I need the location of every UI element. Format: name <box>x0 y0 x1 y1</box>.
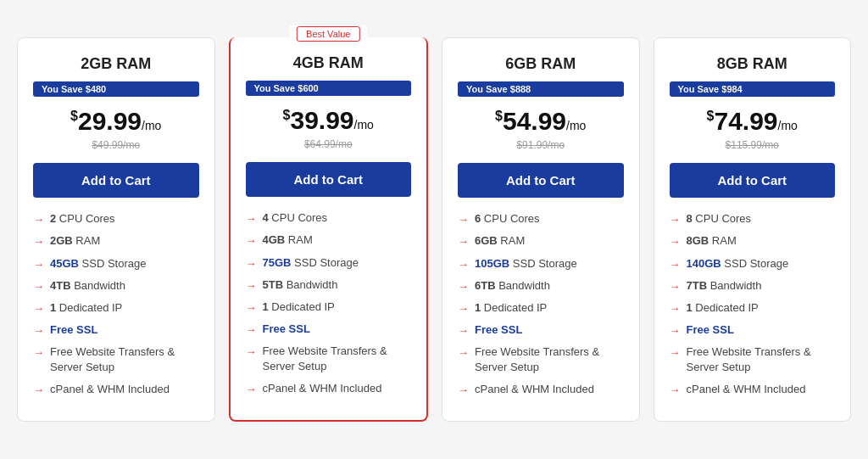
plan-title: 6GB RAM <box>458 55 624 73</box>
feature-text: 1 Dedicated IP <box>263 299 335 315</box>
plan-title: 8GB RAM <box>670 55 836 73</box>
add-to-cart-button[interactable]: Add to Cart <box>246 162 412 197</box>
feature-text: 4 CPU Cores <box>263 210 328 226</box>
feature-item: →8GB RAM <box>670 233 836 249</box>
price-block: $74.99/mo <box>670 107 836 136</box>
feature-item: →8 CPU Cores <box>670 211 836 227</box>
feature-bold: 5TB <box>263 278 284 291</box>
feature-text: 1 Dedicated IP <box>687 300 759 316</box>
feature-text: 1 Dedicated IP <box>50 300 122 316</box>
feature-item: →1 Dedicated IP <box>670 300 836 316</box>
feature-item: →cPanel & WHM Included <box>458 382 624 398</box>
arrow-icon: → <box>33 234 44 249</box>
arrow-icon: → <box>458 383 469 398</box>
feature-bold: 6TB <box>475 279 496 292</box>
arrow-icon: → <box>246 211 257 227</box>
feature-text: 6GB RAM <box>475 233 525 249</box>
arrow-icon: → <box>458 301 469 316</box>
feature-bold: 6GB <box>475 234 498 247</box>
price-main: $39.99/mo <box>283 106 374 134</box>
feature-item: →Free Website Transfers & Server Setup <box>670 344 836 375</box>
feature-text: Free SSL <box>475 322 522 338</box>
price-block: $29.99/mo <box>33 107 199 136</box>
feature-bold: 75GB <box>263 256 292 269</box>
arrow-icon: → <box>246 233 257 249</box>
feature-item: →Free SSL <box>458 322 624 339</box>
price-old: $49.99/mo <box>33 139 199 151</box>
plan-title: 4GB RAM <box>246 54 412 72</box>
feature-item: →Free Website Transfers & Server Setup <box>458 344 624 375</box>
feature-text: cPanel & WHM Included <box>263 381 382 396</box>
features-list: →6 CPU Cores→6GB RAM→105GB SSD Storage→6… <box>458 211 624 404</box>
feature-item: →cPanel & WHM Included <box>670 382 836 398</box>
feature-item: →2GB RAM <box>33 233 199 249</box>
feature-item: →Free SSL <box>33 322 199 339</box>
arrow-icon: → <box>33 257 44 272</box>
feature-item: →5TB Bandwidth <box>246 277 412 294</box>
arrow-icon: → <box>33 345 44 361</box>
feature-bold: 2 <box>50 212 56 225</box>
feature-text: 2GB RAM <box>50 233 100 249</box>
arrow-icon: → <box>670 301 681 316</box>
arrow-icon: → <box>246 344 257 360</box>
feature-bold: 4GB <box>263 233 286 246</box>
features-list: →2 CPU Cores→2GB RAM→45GB SSD Storage→4T… <box>33 211 199 404</box>
feature-bold: 2GB <box>50 234 73 247</box>
add-to-cart-button[interactable]: Add to Cart <box>33 163 199 198</box>
feature-bold: 1 <box>263 300 269 313</box>
arrow-icon: → <box>458 345 469 361</box>
arrow-icon: → <box>33 279 44 294</box>
arrow-icon: → <box>670 279 681 294</box>
feature-item: →4GB RAM <box>246 232 412 249</box>
feature-bold: 1 <box>475 301 481 314</box>
feature-text: 4GB RAM <box>263 232 313 248</box>
feature-bold: 6 <box>475 212 481 225</box>
arrow-icon: → <box>458 257 469 272</box>
savings-badge: You Save $600 <box>246 81 412 96</box>
feature-text: cPanel & WHM Included <box>475 382 594 397</box>
feature-bold: 8 <box>687 212 693 225</box>
feature-text: 45GB SSD Storage <box>50 256 146 271</box>
feature-item: →6TB Bandwidth <box>458 278 624 294</box>
add-to-cart-button[interactable]: Add to Cart <box>458 163 624 198</box>
feature-text: 5TB Bandwidth <box>263 277 338 293</box>
arrow-icon: → <box>670 257 681 272</box>
price-old: $115.99/mo <box>670 139 836 151</box>
arrow-icon: → <box>458 279 469 294</box>
arrow-icon: → <box>33 383 44 398</box>
arrow-icon: → <box>458 234 469 249</box>
feature-item: →105GB SSD Storage <box>458 256 624 272</box>
feature-item: →cPanel & WHM Included <box>246 381 412 397</box>
arrow-icon: → <box>246 322 257 338</box>
feature-text: 105GB SSD Storage <box>475 256 577 271</box>
arrow-icon: → <box>246 278 257 294</box>
feature-bold: 4TB <box>50 279 71 292</box>
feature-item: →1 Dedicated IP <box>458 300 624 316</box>
feature-item: →Free SSL <box>246 322 412 338</box>
feature-text: 2 CPU Cores <box>50 211 115 227</box>
feature-text: 8GB RAM <box>687 233 737 249</box>
arrow-icon: → <box>670 234 681 249</box>
arrow-icon: → <box>246 382 257 397</box>
add-to-cart-button[interactable]: Add to Cart <box>670 163 836 198</box>
feature-bold: 1 <box>687 301 693 314</box>
price-main: $54.99/mo <box>495 107 586 135</box>
feature-text: 6 CPU Cores <box>475 211 540 227</box>
feature-text: 8 CPU Cores <box>687 211 752 227</box>
feature-text: Free SSL <box>263 322 310 337</box>
price-block: $54.99/mo <box>458 107 624 136</box>
feature-bold: 45GB <box>50 257 79 270</box>
feature-bold: 7TB <box>687 279 708 292</box>
feature-item: →75GB SSD Storage <box>246 255 412 271</box>
feature-item: →140GB SSD Storage <box>670 256 836 272</box>
feature-item: →6 CPU Cores <box>458 211 624 227</box>
plan-card-plan-8gb: 8GB RAMYou Save $984$74.99/mo$115.99/moA… <box>654 37 852 422</box>
price-main: $29.99/mo <box>70 107 161 135</box>
arrow-icon: → <box>246 256 257 271</box>
best-value-badge: Best Value <box>297 26 359 42</box>
feature-text: Free Website Transfers & Server Setup <box>475 344 624 375</box>
feature-item: →7TB Bandwidth <box>670 278 836 294</box>
savings-badge: You Save $984 <box>670 81 836 97</box>
feature-item: →4 CPU Cores <box>246 210 412 227</box>
savings-badge: You Save $480 <box>33 81 199 97</box>
